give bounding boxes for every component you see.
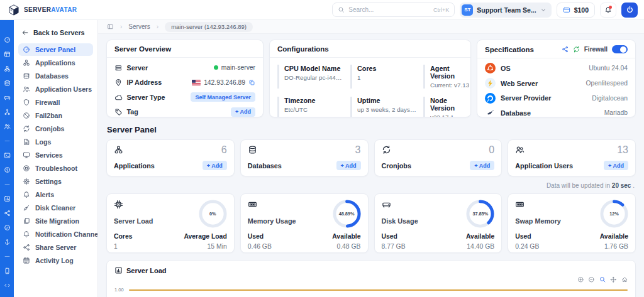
sidebar-item[interactable]: Firewall — [18, 96, 93, 109]
stat-card[interactable]: 6 Applications + Add — [106, 139, 235, 176]
sidebar-item[interactable]: Troubleshoot — [18, 162, 93, 175]
back-to-servers-button[interactable]: Back to Servers — [14, 26, 97, 43]
rail-item[interactable] — [0, 90, 14, 105]
zoom-out-icon[interactable] — [588, 276, 595, 283]
sidebar-item[interactable]: Share Server — [18, 241, 93, 254]
search-input[interactable] — [348, 6, 430, 13]
zoom-in-icon[interactable] — [577, 276, 584, 283]
rail-item[interactable] — [0, 134, 14, 148]
sidebar-item-label: Notification Channels — [35, 230, 98, 238]
rail-icon — [4, 253, 11, 260]
rail-item[interactable] — [0, 148, 14, 163]
usage-donut: 12% — [599, 199, 629, 229]
rail-item[interactable] — [0, 192, 14, 206]
spec-value: Digitalocean — [592, 95, 628, 102]
rail-icon — [4, 80, 11, 87]
power-button[interactable] — [621, 3, 638, 18]
configuration-label: Cores — [357, 65, 417, 72]
sidebar-item[interactable]: Databases — [18, 70, 93, 82]
sidebar-item[interactable]: Site Migration — [18, 215, 93, 227]
stat-add-button[interactable]: + Add — [604, 161, 628, 170]
sidebar-item[interactable]: Services — [18, 149, 93, 161]
rail-item[interactable] — [0, 33, 14, 47]
stat-icon — [515, 145, 525, 154]
rail-item[interactable] — [0, 264, 14, 278]
stat-card[interactable]: 13 Application Users + Add — [508, 139, 636, 176]
copy-icon[interactable] — [248, 79, 255, 86]
rail-item[interactable] — [0, 119, 14, 134]
brand-logo[interactable]: SERVERAVATAR — [8, 4, 77, 16]
us-flag-icon — [192, 80, 201, 85]
sidebar-item[interactable]: Activity Log — [18, 254, 93, 267]
breadcrumb-servers[interactable]: Servers — [128, 23, 150, 30]
rail-item[interactable] — [0, 76, 14, 90]
balance-button[interactable]: $100 — [557, 3, 595, 18]
sidebar-item-icon — [23, 85, 30, 93]
rail-item[interactable] — [0, 249, 14, 264]
sidebar-item-label: Share Server — [35, 244, 76, 251]
refresh-icon[interactable] — [573, 46, 580, 53]
chevron-right-icon: › — [120, 23, 122, 30]
selection-zoom-icon[interactable] — [599, 276, 606, 283]
rail-item[interactable] — [0, 278, 14, 293]
chart-toolbar — [114, 276, 628, 283]
sidebar-item-icon — [23, 204, 30, 212]
home-reset-icon[interactable] — [621, 276, 628, 283]
rail-item[interactable] — [0, 62, 14, 76]
rail-item[interactable] — [0, 163, 14, 177]
arrow-left-icon — [21, 29, 29, 36]
sidebar-item-label: Alerts — [35, 191, 54, 198]
stat-add-button[interactable]: + Add — [336, 161, 361, 170]
sidebar-item-icon — [23, 165, 30, 172]
rail-item[interactable] — [0, 235, 14, 249]
metric-card: Disk Usage 37.85% Used 8.77 GB — [374, 193, 502, 253]
back-to-servers-label: Back to Servers — [33, 29, 85, 36]
stat-add-button[interactable]: + Add — [470, 161, 494, 170]
stat-card[interactable]: 0 Cronjobs + Add — [374, 139, 502, 176]
search-box[interactable]: Ctrl+K — [332, 3, 455, 17]
server-load-chart-card: Server Load 1.00 — [106, 260, 636, 297]
stat-icon — [382, 145, 391, 154]
tag-icon — [114, 108, 123, 116]
rail-item[interactable] — [0, 177, 14, 192]
firewall-toggle[interactable] — [612, 45, 628, 53]
share-icon[interactable] — [562, 46, 569, 53]
sidebar-item-icon — [23, 191, 30, 198]
sidebar-item[interactable]: Application Users — [18, 83, 93, 95]
sidebar-item-icon — [23, 99, 30, 106]
metric-right-label: Available — [332, 233, 360, 240]
sidebar-item[interactable]: Cronjobs — [18, 122, 93, 135]
configuration-label: CPU Model Name — [284, 65, 344, 72]
rail-item[interactable] — [0, 220, 14, 235]
stat-count: 6 — [221, 145, 227, 155]
add-tag-button[interactable]: + Add — [231, 107, 255, 117]
sidebar-item[interactable]: Disk Cleaner — [18, 202, 93, 214]
sidebar-item[interactable]: Applications — [18, 57, 93, 69]
metric-left-value: 0.24 GB — [515, 243, 539, 250]
sidebar-item-icon — [23, 72, 30, 80]
stat-card[interactable]: 3 Databases + Add — [240, 139, 369, 176]
sidebar-item-label: Application Users — [35, 85, 92, 93]
sidebar-item[interactable]: Server Panel — [18, 43, 93, 56]
usage-donut: 0% — [198, 199, 228, 229]
pan-icon[interactable] — [610, 276, 617, 283]
rail-item[interactable] — [0, 206, 14, 220]
metric-right-value: 14.40 GB — [466, 243, 494, 250]
rail-item[interactable] — [0, 47, 14, 62]
stat-add-button[interactable]: + Add — [203, 161, 227, 170]
sidebar-item[interactable]: Alerts — [18, 188, 93, 201]
profile-name: Support Team Se... — [477, 6, 536, 14]
sidebar-item-icon — [23, 217, 30, 225]
sidebar-item[interactable]: Notification Channels — [18, 228, 93, 240]
notifications-button[interactable] — [600, 3, 616, 18]
metric-left-value: 8.77 GB — [382, 243, 406, 250]
metric-left-value: 1 — [114, 243, 132, 250]
configurations-title: Configurations — [277, 45, 329, 53]
metric-right-label: Available — [466, 233, 494, 240]
sidebar-item[interactable]: Fail2ban — [18, 109, 93, 122]
rail-item[interactable] — [0, 105, 14, 119]
profile-dropdown[interactable]: ST Support Team Se... — [460, 3, 551, 18]
chart-plot-area[interactable]: 1.00 — [114, 284, 628, 297]
sidebar-item[interactable]: Logs — [18, 136, 93, 148]
sidebar-item[interactable]: Settings — [18, 175, 93, 188]
